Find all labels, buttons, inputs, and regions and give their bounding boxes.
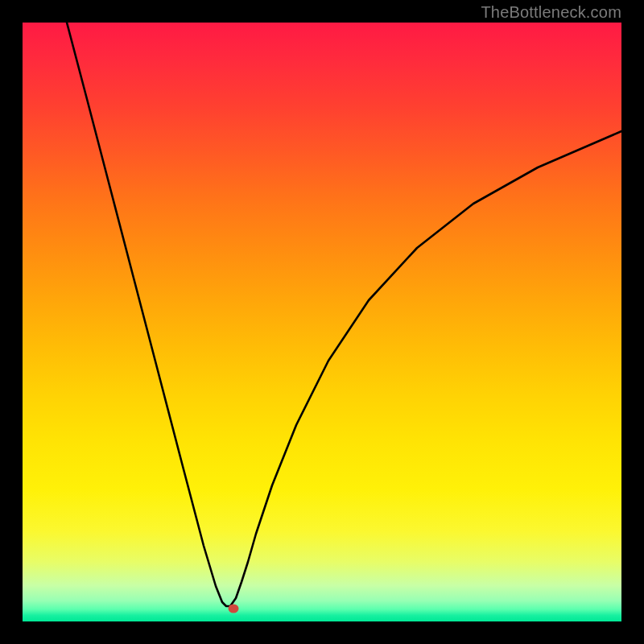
- watermark-text: TheBottleneck.com: [481, 3, 621, 22]
- optimal-point-marker: [229, 605, 239, 613]
- bottleneck-curve: [67, 23, 621, 606]
- curve-layer: [23, 23, 621, 621]
- plot-area: [23, 23, 621, 621]
- chart-frame: TheBottleneck.com: [0, 0, 644, 644]
